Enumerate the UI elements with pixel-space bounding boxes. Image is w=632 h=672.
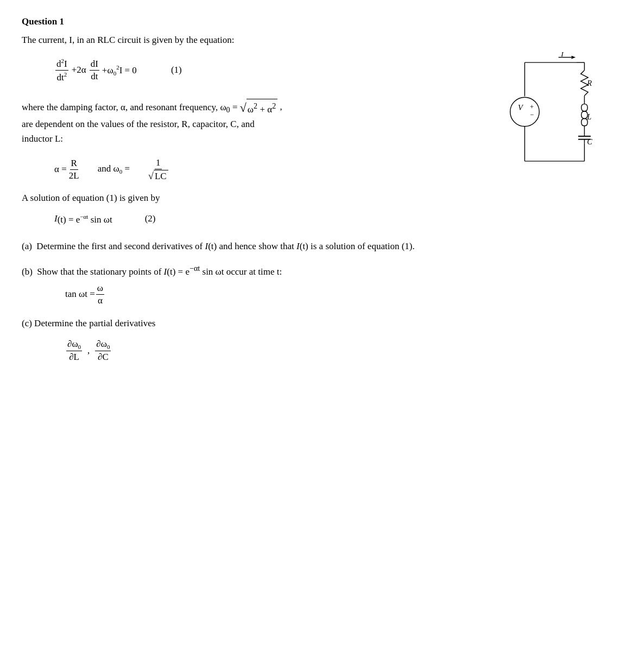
part-b-section: (b) Show that the stationary points of I… (22, 264, 502, 306)
partial-derivatives: ∂ω0 ∂L , ∂ω0 ∂C (65, 339, 502, 363)
alpha-omega-def: α = R 2L and ω0 = 1 √ L (54, 157, 502, 182)
svg-text:R: R (586, 79, 592, 87)
svg-point-18 (510, 97, 540, 126)
partial-formulas: ∂ω0 ∂L , ∂ω0 ∂C (65, 339, 502, 363)
tan-equation: tan ωt = ω α (65, 283, 502, 306)
diff-equation: d2I dt2 +2α dI dt +ω02I = 0 (54, 58, 138, 83)
solution-text: A solution of equation (1) is given by (22, 193, 160, 203)
question-title: Question 1 (22, 16, 610, 27)
page-container: Question 1 The current, I, in an RLC cir… (22, 16, 610, 375)
omega0-def: 1 √ LC (146, 157, 170, 182)
partial-omega-C: ∂ω0 ∂C (95, 339, 111, 363)
it-paren: (t) = e−αt sin ωt (58, 213, 112, 225)
where-text-1: where the damping factor, α, and resonan… (22, 102, 240, 112)
svg-text:I: I (560, 52, 564, 58)
svg-text:−: − (530, 111, 534, 119)
circuit-svg: I R L C (502, 52, 605, 172)
sqrt-omega-alpha: √ ω2 + α2 (240, 99, 277, 117)
svg-text:+: + (530, 103, 534, 111)
partial-omega-L: ∂ω0 ∂L (66, 339, 82, 363)
tan-formula: tan ωt = ω α (65, 283, 502, 306)
alpha-frac: R 2L (68, 158, 80, 181)
omega0-frac: 1 √ LC (147, 157, 169, 182)
eq1-label: (1) (171, 65, 182, 75)
eq2-label: (2) (145, 213, 156, 224)
sqrt-lc: √ LC (148, 170, 168, 182)
second-deriv-num: d2I (55, 58, 68, 71)
alpha-num: R (70, 158, 78, 170)
sqrt-lc-symbol: √ (148, 171, 154, 181)
second-deriv-den: dt2 (55, 71, 68, 83)
tan-frac: ω α (96, 283, 104, 306)
sqrt-symbol: √ (240, 102, 247, 114)
omega0-num: 1 (155, 157, 162, 169)
partial-omega-C-num: ∂ω0 (95, 339, 111, 351)
equation-1-block: d2I dt2 +2α dI dt +ω02I = 0 (1) (54, 58, 502, 83)
left-content: d2I dt2 +2α dI dt +ω02I = 0 (1) where th… (22, 58, 502, 375)
part-a-label: (a) Determine the first and second deriv… (22, 241, 502, 252)
alpha-den: 2L (68, 170, 80, 181)
tan-num: ω (96, 283, 104, 295)
solution-text-block: A solution of equation (1) is given by (22, 193, 502, 204)
it-equation: I (t) = e−αt sin ωt (54, 213, 112, 225)
part-c-label: (c) Determine the partial derivatives (22, 318, 502, 329)
alpha-eq-sign: α = (54, 164, 67, 175)
intro-text: The current, I, in an RLC circuit is giv… (22, 35, 610, 46)
main-content: d2I dt2 +2α dI dt +ω02I = 0 (1) where th… (22, 58, 610, 375)
partial-comma: , (87, 345, 90, 356)
alpha-def: α = R 2L (54, 158, 81, 181)
part-b-label: (b) Show that the stationary points of I… (22, 264, 502, 277)
and-text: and ω0 = (98, 163, 130, 175)
first-deriv-num: dI (90, 59, 99, 71)
where-section: where the damping factor, α, and resonan… (22, 99, 502, 146)
sqrt-lc-content: LC (154, 170, 168, 182)
part-a-section: (a) Determine the first and second deriv… (22, 241, 502, 252)
tan-left: tan ωt = (65, 289, 95, 300)
svg-marker-1 (571, 56, 576, 59)
svg-text:C: C (587, 137, 592, 146)
second-deriv-frac: d2I dt2 (55, 58, 68, 83)
plus-omega0: +ω02I = 0 (102, 64, 137, 77)
first-deriv-den: dt (90, 71, 99, 82)
sqrt-content: ω2 + α2 (247, 99, 277, 117)
partial-omega-L-num: ∂ω0 (66, 339, 82, 351)
partial-omega-L-den: ∂L (68, 351, 80, 363)
tan-den: α (97, 295, 104, 306)
first-deriv-frac: dI dt (90, 59, 99, 82)
part-c-section: (c) Determine the partial derivatives ∂ω… (22, 318, 502, 363)
where-text-3: inductor L: (22, 134, 63, 144)
svg-text:V: V (518, 103, 524, 112)
and-label: and ω0 = (98, 163, 130, 175)
partial-omega-C-den: ∂C (97, 351, 110, 363)
circuit-diagram: I R L C (502, 52, 610, 174)
omega0-den: √ LC (147, 169, 169, 182)
where-text-comma: , (280, 102, 282, 112)
equation-2-block: I (t) = e−αt sin ωt (2) (54, 213, 502, 225)
where-text-2: are dependent on the values of the resis… (22, 119, 255, 129)
plus-2alpha: +2α (72, 65, 86, 75)
